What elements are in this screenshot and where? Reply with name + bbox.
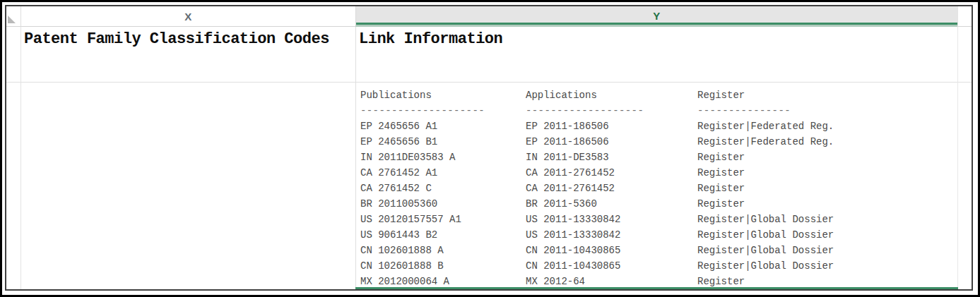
table-row: CA 2761452 CCA 2011-2761452Register <box>359 183 957 198</box>
table-row-field-1: US 20120157557 A1 <box>360 214 461 225</box>
table-row-field-2: IN 2011-DE3583 <box>526 152 609 163</box>
table-row: US 20120157557 A1US 2011-13330842Registe… <box>359 214 957 229</box>
table-row-field-3: Register|Global Dossier <box>697 245 834 256</box>
link-information-title-text: Link Information <box>356 27 957 48</box>
table-row: CN 102601888 ACN 2011-10430865Register|G… <box>359 245 957 260</box>
table-row-field-1: MX 2012000064 A <box>360 276 449 287</box>
table-row-field-2: CA 2011-2761452 <box>526 167 615 178</box>
link-table-underline-row-field-3: --------------- <box>697 105 791 116</box>
table-row-field-1: US 9061443 B2 <box>360 229 437 241</box>
table-row-field-1: CA 2761452 C <box>360 183 432 194</box>
cell-patent-family-title[interactable]: Patent Family Classification Codes <box>20 27 355 83</box>
table-row-field-3: Register|Global Dossier <box>697 260 834 272</box>
patent-family-title-text: Patent Family Classification Codes <box>21 27 355 48</box>
table-row: CN 102601888 BCN 2011-10430865Register|G… <box>359 260 957 276</box>
table-row-field-2: CN 2011-10430865 <box>526 260 620 272</box>
link-table-underline-row: ----------------------------------------… <box>359 105 957 121</box>
cell-patent-family-body[interactable] <box>20 83 355 289</box>
link-table-header-row-field-1: Publications <box>360 90 432 101</box>
table-row-field-3: Register <box>697 152 745 163</box>
link-table-underline-row-field-1: -------------------- <box>360 105 485 116</box>
table-row-field-3: Register <box>697 183 745 194</box>
table-row: EP 2465656 B1EP 2011-186506Register|Fede… <box>359 136 957 152</box>
cell-link-information-title[interactable]: Link Information <box>355 27 957 83</box>
spreadsheet-grid: X Y Patent Family Classification Codes L… <box>5 5 973 291</box>
table-row-field-2: US 2011-13330842 <box>526 229 620 241</box>
table-row-field-3: Register|Global Dossier <box>697 229 834 241</box>
table-row: EP 2465656 A1EP 2011-186506Register|Fede… <box>359 121 957 136</box>
link-table-header-row-field-2: Applications <box>526 90 597 101</box>
table-row-field-1: CN 102601888 B <box>360 260 444 272</box>
table-row-field-3: Register|Federated Reg. <box>697 121 834 132</box>
link-table-header-row-field-3: Register <box>697 90 745 101</box>
table-row: US 9061443 B2US 2011-13330842Register|Gl… <box>359 229 957 245</box>
column-header-partial[interactable] <box>957 6 972 27</box>
selected-column-bottom-border <box>355 287 958 289</box>
table-row-field-2: BR 2011-5360 <box>526 198 597 210</box>
screenshot-frame: X Y Patent Family Classification Codes L… <box>0 0 980 297</box>
table-row-field-1: EP 2465656 A1 <box>360 121 437 132</box>
cell-link-information-body[interactable]: PublicationsApplicationsRegister--------… <box>355 83 957 289</box>
table-row-field-3: Register <box>697 198 745 210</box>
link-table-underline-row-field-2: ------------------- <box>526 105 644 116</box>
table-row-field-3: Register <box>697 167 745 178</box>
table-row-field-2: MX 2012-64 <box>526 276 585 287</box>
table-row-field-2: EP 2011-186506 <box>526 121 609 132</box>
table-row-field-2: US 2011-13330842 <box>526 214 620 225</box>
cell-partial-column-row1[interactable] <box>957 27 972 83</box>
table-row-field-3: Register <box>697 276 745 287</box>
table-row: CA 2761452 A1CA 2011-2761452Register <box>359 167 957 183</box>
table-row-field-2: EP 2011-186506 <box>526 136 609 147</box>
link-info-table: PublicationsApplicationsRegister--------… <box>356 83 957 289</box>
table-row-field-3: Register|Federated Reg. <box>697 136 834 147</box>
cell-partial-column-row2[interactable] <box>957 83 972 289</box>
column-header-y[interactable]: Y <box>355 6 957 27</box>
table-row-field-3: Register|Global Dossier <box>697 214 834 225</box>
table-row-field-1: IN 2011DE03583 A <box>360 152 455 163</box>
column-header-x-label: X <box>184 11 192 23</box>
table-row-field-2: CA 2011-2761452 <box>526 183 615 194</box>
table-row: BR 2011005360BR 2011-5360Register <box>359 198 957 214</box>
row-header-sliver[interactable] <box>6 27 20 83</box>
table-row: IN 2011DE03583 AIN 2011-DE3583Register <box>359 152 957 167</box>
table-row-field-1: EP 2465656 B1 <box>360 136 437 147</box>
table-row-field-1: CA 2761452 A1 <box>360 167 437 178</box>
select-all-triangle-icon <box>8 16 16 23</box>
table-row-field-2: CN 2011-10430865 <box>526 245 620 256</box>
column-header-y-label: Y <box>653 10 661 22</box>
select-all-corner[interactable] <box>6 6 20 27</box>
table-row-field-1: CN 102601888 A <box>360 245 444 256</box>
table-row-field-1: BR 2011005360 <box>360 198 437 210</box>
row-header-sliver[interactable] <box>6 83 20 289</box>
link-table-header-row: PublicationsApplicationsRegister <box>359 90 957 105</box>
column-header-x[interactable]: X <box>20 6 355 27</box>
